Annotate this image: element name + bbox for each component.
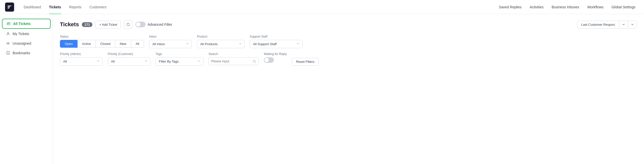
filter-group-waiting: Waiting for Reply <box>264 52 287 63</box>
sidebar-item-all-tickets-label: All Tickets <box>13 22 31 26</box>
person-icon <box>6 32 10 36</box>
status-label: Status <box>60 35 144 38</box>
page-title: Tickets <box>60 21 79 28</box>
tags-value: Filter By Tags <box>159 60 179 63</box>
svg-point-3 <box>7 33 9 34</box>
priority-admin-label: Priority (Admin) <box>60 52 103 56</box>
sidebar-item-my-tickets[interactable]: My Tickets <box>2 29 51 38</box>
filter-group-search: Search <box>208 52 259 65</box>
waiting-row <box>264 57 287 63</box>
product-label: Product <box>197 35 245 38</box>
status-btn-open[interactable]: Open <box>60 40 78 48</box>
filter-group-priority-admin: Priority (Admin) All <box>60 52 103 66</box>
sidebar-item-all-tickets[interactable]: All Tickets <box>2 19 51 29</box>
chevron-down-icon-priority-admin <box>96 59 100 63</box>
search-input-wrap <box>208 57 259 65</box>
support-staff-label: Support Staff <box>250 35 303 38</box>
nav-item-business-inboxes[interactable]: Business Inboxes <box>548 3 583 11</box>
inbox-dropdown[interactable]: All Inbox <box>149 40 192 48</box>
filters-section: Status Open Active Closed New All Inbox … <box>60 35 637 66</box>
svg-point-4 <box>7 43 10 44</box>
nav-item-activities[interactable]: Activities <box>526 3 547 11</box>
filter-group-inbox: Inbox All Inbox <box>149 35 192 48</box>
logo[interactable] <box>5 3 14 12</box>
sidebar-item-bookmarks[interactable]: Bookmarks <box>2 48 51 58</box>
sidebar-item-bookmarks-label: Bookmarks <box>13 51 30 55</box>
svg-point-6 <box>253 60 255 62</box>
svg-line-7 <box>255 62 256 63</box>
chevron-down-icon-tags <box>197 59 201 63</box>
add-ticket-button[interactable]: + Add Ticket <box>95 21 121 29</box>
sort-dropdown-arrow[interactable] <box>619 21 628 28</box>
tags-dropdown[interactable]: Filter By Tags <box>156 57 203 66</box>
search-input[interactable] <box>211 59 251 63</box>
priority-admin-dropdown[interactable]: All <box>60 57 103 66</box>
priority-customer-label: Priority (Customer) <box>108 52 151 56</box>
priority-admin-arrow <box>96 59 100 64</box>
status-btn-closed[interactable]: Closed <box>95 40 115 48</box>
filter-group-tags: Tags Filter By Tags <box>156 52 203 66</box>
toggle-knob <box>136 22 140 27</box>
product-dropdown[interactable]: All Products <box>197 40 245 48</box>
inbox-label: Inbox <box>149 35 192 38</box>
filter-row-1: Status Open Active Closed New All Inbox … <box>60 35 637 48</box>
support-staff-value: All Support Staff <box>253 42 277 46</box>
support-staff-dropdown-arrow <box>296 42 300 46</box>
filter-group-status: Status Open Active Closed New All <box>60 35 144 48</box>
sidebar: All Tickets My Tickets Unassigned Bookma… <box>0 14 53 164</box>
nav-right: Saved Replies Activities Business Inboxe… <box>495 3 639 11</box>
tags-label: Tags <box>156 52 203 56</box>
nav-item-reports[interactable]: Reports <box>66 3 85 11</box>
priority-customer-arrow <box>144 59 148 64</box>
status-buttons: Open Active Closed New All <box>60 40 144 48</box>
search-icon <box>253 60 256 63</box>
sidebar-item-my-tickets-label: My Tickets <box>13 32 29 36</box>
main-layout: All Tickets My Tickets Unassigned Bookma… <box>0 14 644 164</box>
svg-point-5 <box>8 43 9 44</box>
inbox-value: All Inbox <box>152 42 165 46</box>
eye-icon <box>6 41 10 45</box>
search-label: Search <box>208 52 259 56</box>
chevron-down-icon-product <box>238 42 242 45</box>
sort-dropdown-label: Last Customer Respon: <box>578 21 619 28</box>
ticket-count-badge: 171 <box>82 22 92 27</box>
nav-item-tickets[interactable]: Tickets <box>46 3 65 11</box>
chevron-down-icon <box>622 23 625 26</box>
list-icon <box>7 22 11 26</box>
reset-filters-button[interactable]: Reset Filters <box>292 58 319 66</box>
nav-item-saved-replies[interactable]: Saved Replies <box>495 3 525 11</box>
main-content: Tickets 171 + Add Ticket Advanced Filter… <box>53 14 644 164</box>
tags-arrow <box>197 59 201 64</box>
sidebar-item-unassigned[interactable]: Unassigned <box>2 39 51 48</box>
support-staff-dropdown[interactable]: All Support Staff <box>250 40 303 48</box>
priority-customer-value: All <box>111 60 115 63</box>
advanced-filter-label: Advanced Filter <box>148 22 172 26</box>
inbox-dropdown-arrow <box>186 42 189 46</box>
chevron-down-icon-2 <box>631 23 634 26</box>
bookmark-icon <box>6 51 10 55</box>
status-btn-all[interactable]: All <box>131 40 144 48</box>
filter-group-priority-customer: Priority (Customer) All <box>108 52 151 66</box>
refresh-button[interactable] <box>124 20 132 29</box>
nav-item-workflows[interactable]: Workflows <box>584 3 607 11</box>
nav-item-customers[interactable]: Customers <box>86 3 110 11</box>
filter-group-product: Product All Products <box>197 35 245 48</box>
priority-admin-value: All <box>63 60 67 63</box>
chevron-down-icon-inbox <box>186 42 189 45</box>
nav-item-dashboard[interactable]: Dashboard <box>20 3 45 11</box>
sort-dropdown[interactable]: Last Customer Respon: <box>577 21 637 29</box>
waiting-toggle-knob <box>264 58 269 62</box>
chevron-down-icon-support <box>296 42 300 45</box>
advanced-filter-switch[interactable] <box>135 22 146 27</box>
status-btn-active[interactable]: Active <box>77 40 96 48</box>
waiting-label: Waiting for Reply <box>264 52 287 56</box>
nav-item-global-settings[interactable]: Global Settings <box>608 3 639 11</box>
chevron-down-icon-priority-customer <box>144 59 148 63</box>
product-value: All Products <box>200 42 218 46</box>
waiting-toggle[interactable] <box>264 57 274 63</box>
advanced-filter-toggle[interactable]: Advanced Filter <box>135 22 172 27</box>
priority-customer-dropdown[interactable]: All <box>108 57 151 66</box>
sort-dropdown-extra-arrow[interactable] <box>628 21 637 28</box>
filter-group-support-staff: Support Staff All Support Staff <box>250 35 303 48</box>
status-btn-new[interactable]: New <box>115 40 131 48</box>
